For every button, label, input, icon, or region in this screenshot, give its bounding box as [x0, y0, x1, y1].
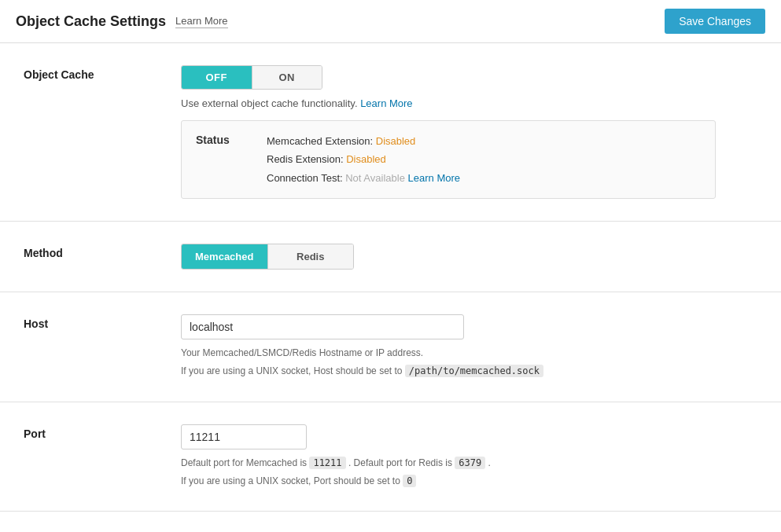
- connection-test-value: Not Available: [345, 172, 405, 184]
- status-label: Status: [196, 132, 251, 146]
- page-title: Object Cache Settings: [16, 13, 166, 30]
- method-label: Method: [24, 244, 181, 259]
- object-cache-learn-more-link[interactable]: Learn More: [360, 97, 412, 109]
- memcached-extension-status: Memcached Extension: Disabled: [267, 132, 460, 150]
- memcached-extension-value: Disabled: [376, 135, 416, 147]
- port-section: Port Default port for Memcached is 11211…: [0, 402, 781, 512]
- host-path-code: /path/to/memcached.sock: [405, 365, 543, 377]
- status-lines: Memcached Extension: Disabled Redis Exte…: [267, 132, 460, 187]
- header-learn-more-link[interactable]: Learn More: [175, 15, 227, 28]
- object-cache-description: Use external object cache functionality.…: [181, 97, 757, 109]
- host-input[interactable]: [181, 314, 464, 339]
- host-hint2: If you are using a UNIX socket, Host sho…: [181, 364, 757, 379]
- object-cache-on-button[interactable]: ON: [252, 66, 322, 89]
- object-cache-toggle-group: OFF ON: [181, 65, 322, 90]
- object-cache-off-button[interactable]: OFF: [182, 66, 252, 89]
- redis-extension-value: Disabled: [346, 153, 386, 165]
- memcached-port-code: 11211: [309, 457, 345, 469]
- port-hint2: If you are using a UNIX socket, Port sho…: [181, 474, 757, 489]
- method-redis-button[interactable]: Redis: [268, 244, 354, 269]
- status-box: Status Memcached Extension: Disabled Red…: [181, 120, 716, 199]
- port-hint1: Default port for Memcached is 11211 . De…: [181, 456, 757, 471]
- host-section: Host Your Memcached/LSMCD/Redis Hostname…: [0, 292, 781, 402]
- port-zero-code: 0: [403, 475, 416, 487]
- top-bar-left: Object Cache Settings Learn More: [16, 13, 228, 30]
- object-cache-label: Object Cache: [24, 65, 181, 81]
- connection-test-learn-more-link[interactable]: Learn More: [408, 172, 460, 184]
- settings-content: Object Cache OFF ON Use external object …: [0, 43, 781, 532]
- connection-test-status: Connection Test: Not Available Learn Mor…: [267, 169, 460, 187]
- method-section: Method Memcached Redis: [0, 222, 781, 292]
- method-content: Memcached Redis: [181, 244, 757, 270]
- host-content: Your Memcached/LSMCD/Redis Hostname or I…: [181, 314, 757, 379]
- redis-port-code: 6379: [455, 457, 485, 469]
- method-memcached-button[interactable]: Memcached: [182, 244, 267, 269]
- host-hint1: Your Memcached/LSMCD/Redis Hostname or I…: [181, 346, 757, 361]
- object-cache-section: Object Cache OFF ON Use external object …: [0, 43, 781, 222]
- save-changes-button[interactable]: Save Changes: [665, 9, 765, 34]
- lifetime-section: Default Object Lifetime seconds Default …: [0, 512, 781, 532]
- top-bar: Object Cache Settings Learn More Save Ch…: [0, 0, 781, 43]
- object-cache-content: OFF ON Use external object cache functio…: [181, 65, 757, 199]
- port-label: Port: [24, 424, 181, 440]
- host-label: Host: [24, 314, 181, 330]
- port-content: Default port for Memcached is 11211 . De…: [181, 424, 757, 489]
- port-input[interactable]: [181, 424, 307, 449]
- method-toggle-group: Memcached Redis: [181, 244, 354, 270]
- redis-extension-status: Redis Extension: Disabled: [267, 150, 460, 168]
